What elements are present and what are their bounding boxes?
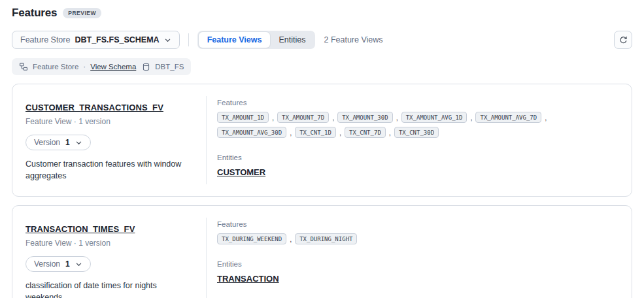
feature-chip: TX_AMOUNT_AVG_7D xyxy=(475,112,541,123)
feature-view-description: classification of date times for nights … xyxy=(25,280,189,298)
breadcrumb-database-name: DBT_FS xyxy=(155,63,184,71)
page-title: Features xyxy=(12,7,57,20)
features-chip-list: TX_DURING_WEEKEND,TX_DURING_NIGHT xyxy=(217,233,621,244)
entities-section-label: Entities xyxy=(217,154,621,161)
card-details: Features TX_AMOUNT_1D,TX_AMOUNT_7D,TX_AM… xyxy=(207,84,632,196)
features-section-label: Features xyxy=(217,99,621,107)
feature-chip: TX_CNT_7D xyxy=(345,127,386,138)
chip-separator: , xyxy=(396,114,398,122)
feature-view-title-link[interactable]: CUSTOMER_TRANSACTIONS_FV xyxy=(25,103,163,112)
chip-separator: , xyxy=(470,114,472,122)
version-label: Version xyxy=(34,138,60,147)
view-tabs: Feature Views Entities xyxy=(197,31,316,49)
tab-entities[interactable]: Entities xyxy=(270,32,314,48)
feature-chip: TX_DURING_WEEKEND xyxy=(217,233,286,244)
feature-view-title-link[interactable]: TRANSACTION_TIMES_FV xyxy=(25,224,135,234)
preview-badge: PREVIEW xyxy=(63,8,101,18)
tab-feature-views[interactable]: Feature Views xyxy=(199,32,271,48)
chip-separator: , xyxy=(545,114,547,122)
feature-chip: TX_AMOUNT_1D xyxy=(217,112,269,123)
feature-store-selector[interactable]: Feature Store DBT_FS.FS_SCHEMA xyxy=(12,31,180,49)
version-value: 1 xyxy=(65,138,70,147)
chip-separator: , xyxy=(332,114,334,122)
card-summary: CUSTOMER_TRANSACTIONS_FV Feature View · … xyxy=(12,84,206,196)
chevron-down-icon xyxy=(75,139,82,146)
chevron-down-icon xyxy=(75,261,82,268)
chip-separator: , xyxy=(290,129,292,137)
entity-link[interactable]: CUSTOMER xyxy=(217,167,265,177)
page-header: Features PREVIEW xyxy=(0,0,644,20)
chip-separator: , xyxy=(339,129,341,137)
feature-chip: TX_CNT_30D xyxy=(394,127,439,138)
chip-separator: , xyxy=(272,114,274,122)
toolbar: Feature Store DBT_FS.FS_SCHEMA Feature V… xyxy=(12,31,632,49)
breadcrumb: Feature Store · View Schema DBT_FS xyxy=(12,58,191,75)
entities-section-label: Entities xyxy=(217,260,621,268)
version-value: 1 xyxy=(65,259,70,269)
card-summary: TRANSACTION_TIMES_FV Feature View · 1 ve… xyxy=(12,206,206,298)
breadcrumb-store-label: Feature Store xyxy=(33,63,78,71)
schema-icon xyxy=(19,62,28,71)
feature-chip: TX_CNT_1D xyxy=(295,127,336,138)
feature-view-meta: Feature View · 1 version xyxy=(25,239,193,248)
database-icon xyxy=(142,63,150,71)
feature-view-description: Customer transaction features with windo… xyxy=(25,159,189,182)
refresh-button[interactable] xyxy=(614,31,632,49)
feature-view-card: TRANSACTION_TIMES_FV Feature View · 1 ve… xyxy=(12,205,632,298)
card-details: Features TX_DURING_WEEKEND,TX_DURING_NIG… xyxy=(207,206,632,298)
feature-store-value: DBT_FS.FS_SCHEMA xyxy=(75,35,159,44)
entity-link[interactable]: TRANSACTION xyxy=(217,274,279,284)
version-label: Version xyxy=(34,259,60,269)
breadcrumb-separator: · xyxy=(83,63,86,71)
version-selector[interactable]: Version 1 xyxy=(25,135,91,150)
version-selector[interactable]: Version 1 xyxy=(25,256,91,272)
feature-chip: TX_AMOUNT_AVG_30D xyxy=(217,127,286,138)
features-section-label: Features xyxy=(217,220,621,228)
feature-chip: TX_DURING_NIGHT xyxy=(295,233,357,244)
chip-separator: , xyxy=(389,129,391,137)
feature-chip: TX_AMOUNT_AVG_1D xyxy=(401,112,467,123)
toolbar-divider xyxy=(188,33,189,46)
chevron-down-icon xyxy=(164,37,171,44)
feature-views-count: 2 Feature Views xyxy=(324,35,382,44)
refresh-icon xyxy=(619,36,628,44)
feature-view-meta: Feature View · 1 version xyxy=(25,117,193,126)
feature-store-label: Feature Store xyxy=(20,35,70,44)
feature-chip: TX_AMOUNT_30D xyxy=(337,112,392,123)
features-chip-list: TX_AMOUNT_1D,TX_AMOUNT_7D,TX_AMOUNT_30D,… xyxy=(217,112,621,138)
view-schema-link[interactable]: View Schema xyxy=(90,63,136,71)
chip-separator: , xyxy=(290,235,292,243)
feature-view-card: CUSTOMER_TRANSACTIONS_FV Feature View · … xyxy=(12,84,632,197)
feature-chip: TX_AMOUNT_7D xyxy=(277,112,329,123)
